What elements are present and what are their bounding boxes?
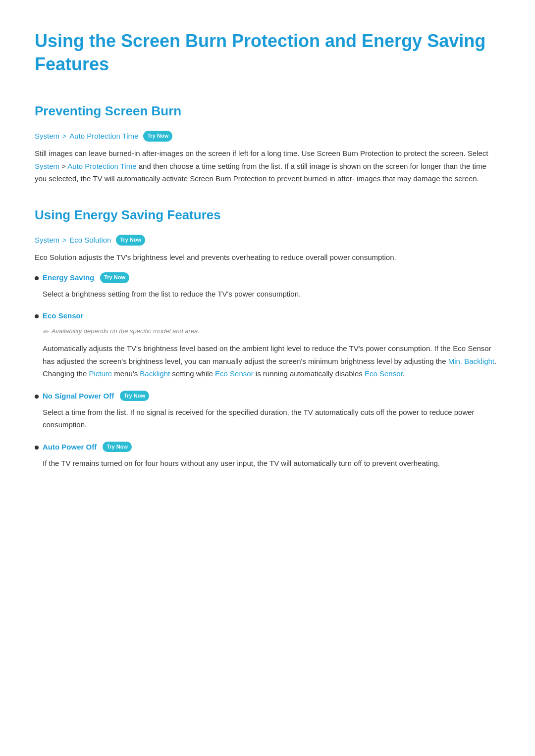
bullet-badge-energy-saving[interactable]: Try Now [100,272,129,283]
bullet-content-energy-saving: Select a brightness setting from the lis… [35,288,500,301]
bullet-header-eco-sensor: Eco Sensor [35,310,500,322]
eco-sensor-link2[interactable]: Eco Sensor [365,369,403,378]
bullet-label-energy-saving: Energy Saving [43,272,94,284]
bullet-dot-no-signal [35,395,39,399]
section1-breadcrumb: System > Auto Protection Time Try Now [35,130,500,142]
section-preventing-screen-burn: Preventing Screen Burn System > Auto Pro… [35,101,500,185]
pencil-icon: ✏ [43,326,49,338]
backlight-link[interactable]: Backlight [140,369,170,378]
section-energy-saving: Using Energy Saving Features System > Ec… [35,205,500,469]
eco-sensor-note-line: ✏ Availability depends on the specific m… [43,326,500,338]
section1-breadcrumb-system[interactable]: System [35,130,59,142]
bullet-header-no-signal: No Signal Power Off Try Now [35,390,500,402]
bullet-content-no-signal: Select a time from the list. If no signa… [35,406,500,431]
section2-breadcrumb-separator: > [62,235,66,246]
bullet-content-eco-sensor: ✏ Availability depends on the specific m… [35,326,500,380]
bullet-label-eco-sensor: Eco Sensor [43,310,84,322]
section1-auto-protection-link[interactable]: Auto Protection Time [67,162,136,170]
section1-breadcrumb-auto-protection[interactable]: Auto Protection Time [69,130,138,142]
eco-sensor-note-text: Availability depends on the specific mod… [52,326,200,337]
section2-breadcrumb-eco-solution[interactable]: Eco Solution [69,234,111,246]
section2-try-now-badge[interactable]: Try Now [116,235,145,246]
section2-breadcrumb: System > Eco Solution Try Now [35,234,500,246]
section2-breadcrumb-system[interactable]: System [35,234,59,246]
bullet-badge-auto-power-off[interactable]: Try Now [103,442,132,453]
bullet-dot-auto-power-off [35,446,39,450]
bullet-item-auto-power-off: Auto Power Off Try Now If the TV remains… [35,441,500,470]
bullet-dot-eco-sensor [35,314,39,318]
bullet-label-no-signal: No Signal Power Off [43,390,114,402]
bullet-label-auto-power-off: Auto Power Off [43,441,97,453]
page-title: Using the Screen Burn Protection and Ene… [35,30,500,76]
picture-link[interactable]: Picture [89,369,112,378]
bullet-badge-no-signal[interactable]: Try Now [120,391,149,402]
section1-body-text: Still images can leave burned-in after-i… [35,147,500,185]
min-backlight-link[interactable]: Min. Backlight [448,357,494,365]
bullet-item-eco-sensor: Eco Sensor ✏ Availability depends on the… [35,310,500,380]
eco-sensor-link1[interactable]: Eco Sensor [215,369,254,378]
section1-breadcrumb-separator: > [62,131,66,142]
bullet-header-energy-saving: Energy Saving Try Now [35,272,500,284]
section2-intro: Eco Solution adjusts the TV's brightness… [35,251,500,264]
section1-title: Preventing Screen Burn [35,101,500,122]
bullet-item-energy-saving: Energy Saving Try Now Select a brightnes… [35,272,500,301]
bullet-item-no-signal: No Signal Power Off Try Now Select a tim… [35,390,500,431]
section1-system-link[interactable]: System [35,162,59,170]
bullet-dot-energy-saving [35,276,39,280]
bullet-content-auto-power-off: If the TV remains turned on for four hou… [35,457,500,470]
section1-try-now-badge[interactable]: Try Now [143,131,172,142]
bullet-list: Energy Saving Try Now Select a brightnes… [35,272,500,469]
section2-title: Using Energy Saving Features [35,205,500,226]
eco-sensor-body: Automatically adjusts the TV's brightnes… [43,342,500,380]
bullet-header-auto-power-off: Auto Power Off Try Now [35,441,500,453]
